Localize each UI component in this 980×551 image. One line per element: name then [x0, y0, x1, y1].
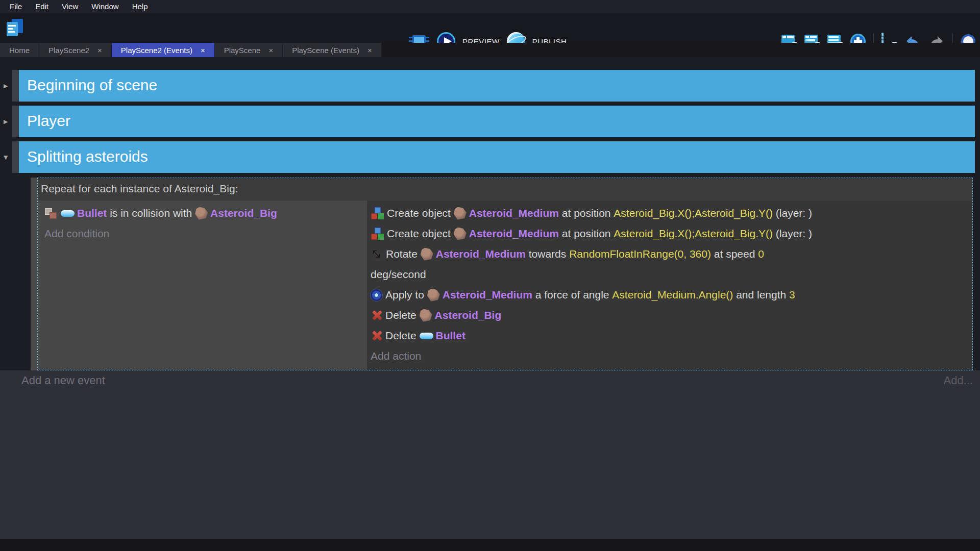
text-segment: Bullet	[77, 207, 107, 219]
dashed-square-glyph	[881, 33, 884, 43]
text-segment: Asteroid_Medium	[443, 289, 532, 301]
expand-arrow-icon[interactable]: ▶	[4, 83, 8, 89]
create-icon	[371, 207, 384, 220]
text-segment: Asteroid_Medium	[436, 248, 526, 260]
add-button[interactable]: Add...	[944, 374, 973, 387]
tab-home[interactable]: Home	[0, 43, 39, 57]
text-segment: Asteroid_Big	[210, 207, 277, 219]
asteroid-icon	[427, 289, 440, 302]
add-condition-button[interactable]: Add condition	[44, 223, 367, 244]
menu-help[interactable]: Help	[126, 0, 155, 13]
add-action-button[interactable]: Add action	[371, 346, 972, 366]
action-row[interactable]: deg/second	[371, 264, 972, 285]
events-footer: Add a new event Add...	[21, 374, 973, 387]
tab-bar: HomePlayScene2×PlayScene2 (Events)×PlayS…	[0, 43, 980, 57]
conditions-column: Bullet is in collision with Asteroid_Big…	[38, 201, 367, 370]
event-group: ▶Beginning of scene	[0, 70, 980, 102]
event-groups: ▶Beginning of scene▶Player▼Splitting ast…	[0, 70, 980, 177]
tab-playscene[interactable]: PlayScene×	[215, 43, 283, 57]
action-row[interactable]: Delete Bullet	[371, 325, 972, 346]
collapse-arrow-icon[interactable]: ▼	[4, 154, 8, 161]
asteroid-icon	[454, 228, 467, 240]
menu-view[interactable]: View	[55, 0, 85, 13]
text-segment: 3	[789, 289, 795, 301]
text-segment: Asteroid_Medium.Angle()	[612, 289, 733, 301]
text-segment: is in collision with	[107, 207, 195, 219]
text-segment: at speed	[711, 248, 758, 260]
condition-action-columns: Bullet is in collision with Asteroid_Big…	[38, 201, 972, 370]
text-segment: towards	[526, 248, 569, 260]
menu-edit[interactable]: Edit	[29, 0, 55, 13]
events-sheet: ▶Beginning of scene▶Player▼Splitting ast…	[0, 57, 980, 551]
tab-playscene-events-[interactable]: PlayScene (Events)×	[283, 43, 382, 57]
text-segment: Asteroid_Medium	[469, 228, 559, 240]
text-segment: Rotate	[386, 248, 421, 260]
text-segment: Bullet	[436, 330, 465, 342]
menu-window[interactable]: Window	[85, 0, 125, 13]
tab-label: Home	[9, 46, 30, 55]
event-gutter[interactable]	[12, 141, 19, 173]
expand-arrow-icon[interactable]: ▶	[4, 118, 8, 125]
text-segment: at position	[559, 207, 614, 219]
tab-close-icon[interactable]: ×	[201, 46, 205, 55]
condition-row[interactable]: Bullet is in collision with Asteroid_Big	[44, 203, 367, 223]
delete-icon	[371, 309, 383, 321]
text-segment: Asteroid_Big.X();Asteroid_Big.Y()	[614, 207, 773, 219]
horizontal-scrollbar[interactable]	[0, 539, 980, 551]
text-segment: Create object	[387, 228, 454, 240]
event-gutter[interactable]	[12, 70, 19, 102]
text-segment: RandomFloatInRange(0, 360)	[569, 248, 711, 260]
text-segment: (layer: )	[773, 228, 812, 240]
text-segment: at position	[559, 228, 614, 240]
event-group: ▶Player	[0, 106, 980, 137]
text-segment: Apply to	[385, 289, 427, 301]
add-new-event-button[interactable]: Add a new event	[21, 374, 105, 387]
tab-label: PlayScene (Events)	[292, 46, 359, 55]
force-icon	[371, 289, 382, 301]
delete-icon	[371, 330, 383, 342]
asteroid-icon	[421, 248, 433, 261]
text-segment: Create object	[387, 207, 454, 219]
toolbar: PREVIEW PUBLISH	[0, 13, 980, 43]
text-segment: Asteroid_Big.X();Asteroid_Big.Y()	[614, 228, 773, 240]
text-segment: deg/second	[371, 268, 426, 281]
text-segment: Delete	[385, 309, 420, 321]
asteroid-icon	[195, 207, 208, 220]
repeat-event-header[interactable]: Repeat for each instance of Asteroid_Big…	[38, 178, 972, 201]
create-icon	[371, 227, 384, 240]
event-group-title: Splitting asteroids	[19, 141, 975, 172]
event-group-title: Player	[19, 106, 975, 136]
rotate-icon	[371, 247, 384, 261]
tab-close-icon[interactable]: ×	[97, 46, 102, 55]
tab-label: PlayScene	[224, 46, 261, 55]
tab-label: PlayScene2	[48, 46, 89, 55]
action-row[interactable]: Create object Asteroid_Medium at positio…	[371, 223, 972, 244]
text-segment: and length	[733, 289, 789, 301]
action-row[interactable]: Apply to Asteroid_Medium a force of angl…	[371, 285, 972, 305]
event-group-header[interactable]: Beginning of scene	[19, 70, 975, 102]
repeat-event-selection: Repeat for each instance of Asteroid_Big…	[37, 178, 973, 370]
action-row[interactable]: Delete Asteroid_Big	[371, 305, 972, 325]
tab-playscene2[interactable]: PlayScene2×	[39, 43, 112, 57]
action-row[interactable]: Rotate Asteroid_Medium towards RandomFlo…	[371, 244, 972, 264]
asteroid-icon	[454, 207, 467, 220]
bullet-icon	[61, 210, 75, 217]
menu-file[interactable]: File	[3, 0, 29, 13]
text-segment: Asteroid_Medium	[469, 207, 559, 219]
event-group-header[interactable]: Splitting asteroids	[19, 141, 975, 173]
actions-column: Create object Asteroid_Medium at positio…	[367, 201, 972, 370]
text-segment: Delete	[385, 330, 420, 342]
action-row[interactable]: Create object Asteroid_Medium at positio…	[371, 203, 972, 223]
tab-playscene2-events-[interactable]: PlayScene2 (Events)×	[112, 43, 215, 57]
text-segment: (layer: )	[773, 207, 812, 219]
tab-close-icon[interactable]: ×	[268, 46, 273, 55]
repeat-event[interactable]: Repeat for each instance of Asteroid_Big…	[31, 178, 973, 370]
event-gutter[interactable]	[31, 178, 37, 370]
tab-label: PlayScene2 (Events)	[121, 46, 192, 55]
event-group-header[interactable]: Player	[19, 106, 975, 137]
event-gutter[interactable]	[12, 106, 19, 137]
tab-close-icon[interactable]: ×	[368, 46, 372, 55]
menu-bar: FileEditViewWindowHelp	[0, 0, 980, 13]
gdevelop-window: FileEditViewWindowHelp PREVIEW PUBLISH	[0, 0, 980, 551]
gdevelop-logo	[5, 19, 24, 38]
